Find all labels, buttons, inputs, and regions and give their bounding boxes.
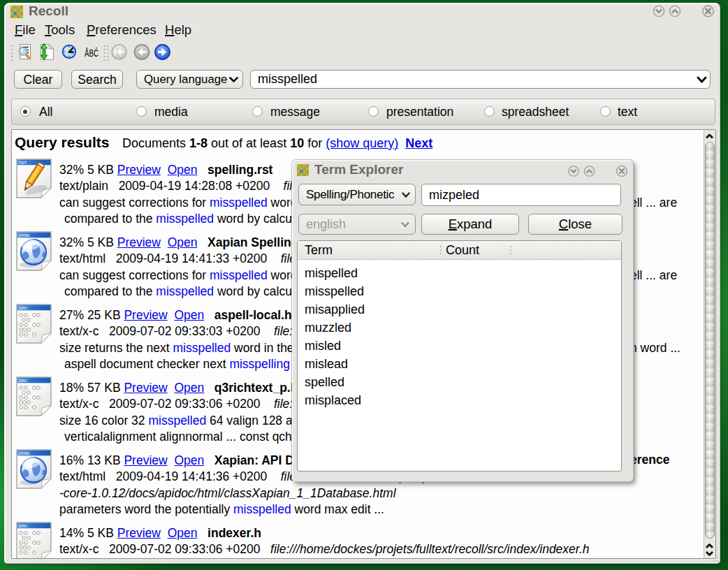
svg-text:ÅBĈ: ÅBĈ bbox=[85, 48, 99, 59]
